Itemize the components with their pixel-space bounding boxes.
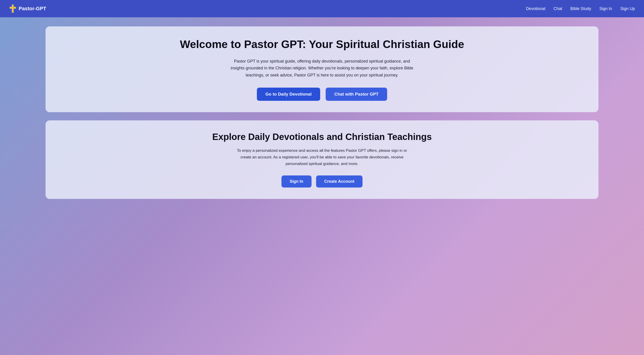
svg-rect-2: [12, 5, 14, 12]
main-content: Welcome to Pastor GPT: Your Spiritual Ch…: [0, 17, 644, 208]
navbar-links: Devotional Chat Bible Study Sign In Sign…: [526, 6, 635, 11]
chat-with-pastor-button[interactable]: Chat with Pastor GPT: [326, 88, 387, 101]
nav-devotional[interactable]: Devotional: [526, 6, 546, 11]
hero-title: Welcome to Pastor GPT: Your Spiritual Ch…: [59, 38, 585, 51]
sign-in-button[interactable]: Sign In: [282, 175, 312, 188]
devotionals-title: Explore Daily Devotionals and Christian …: [59, 132, 585, 142]
devotionals-description: To enjoy a personalized experience and a…: [236, 147, 408, 167]
brand-label: Pastor-GPT: [19, 6, 46, 11]
hero-description: Pastor GPT is your spiritual guide, offe…: [229, 58, 415, 79]
nav-sign-in[interactable]: Sign In: [599, 6, 612, 11]
go-to-devotional-button[interactable]: Go to Daily Devotional: [257, 88, 320, 101]
hero-buttons: Go to Daily Devotional Chat with Pastor …: [59, 88, 585, 101]
cross-icon: [9, 4, 16, 13]
hero-card: Welcome to Pastor GPT: Your Spiritual Ch…: [46, 26, 598, 112]
nav-bible-study[interactable]: Bible Study: [570, 6, 591, 11]
devotionals-card: Explore Daily Devotionals and Christian …: [46, 120, 598, 199]
create-account-button[interactable]: Create Account: [316, 175, 362, 188]
brand-logo[interactable]: Pastor-GPT: [9, 4, 46, 13]
navbar: Pastor-GPT Devotional Chat Bible Study S…: [0, 0, 644, 17]
devotionals-buttons: Sign In Create Account: [59, 175, 585, 188]
nav-sign-up[interactable]: Sign Up: [620, 6, 635, 11]
nav-chat[interactable]: Chat: [554, 6, 562, 11]
svg-rect-3: [10, 7, 16, 8]
